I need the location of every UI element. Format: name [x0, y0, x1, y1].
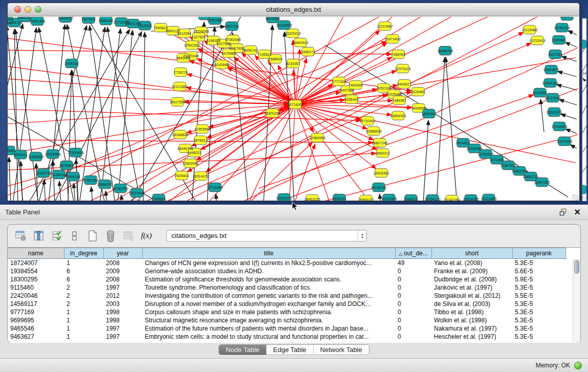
table-cell[interactable]: Franke et al. (2009)	[431, 267, 512, 275]
table-cell[interactable]: 1997	[103, 333, 142, 341]
tab-node-table[interactable]: Node Table	[219, 345, 266, 355]
new-column-icon[interactable]	[86, 230, 99, 242]
table-cell[interactable]: 5.3E-5	[512, 324, 565, 333]
table-cell[interactable]: Jankovic et al. (1997)	[431, 283, 512, 292]
table-row[interactable]: 946362711997Embryonic stem cells: a mode…	[8, 333, 565, 341]
table-cell[interactable]: 2	[64, 283, 103, 292]
table-row[interactable]: 1872400712008Changes of HCN gene express…	[8, 259, 565, 267]
table-cell[interactable]: 2012	[103, 292, 142, 300]
column-header-pagerank[interactable]: pagerank	[512, 248, 565, 259]
tab-edge-table[interactable]: Edge Table	[266, 345, 313, 355]
table-cell[interactable]: Dudbridge et al. (2008)	[431, 275, 512, 283]
table-cell[interactable]: 0	[395, 300, 431, 308]
table-cell[interactable]: Changes of HCN gene expression and I(f) …	[142, 259, 395, 267]
table-cell[interactable]: Corpus callosum shape and size in male p…	[142, 308, 395, 316]
column-header-name[interactable]: name	[8, 248, 64, 259]
table-cell[interactable]: 9777169	[8, 308, 64, 316]
table-cell[interactable]: 5.9E-5	[512, 275, 565, 283]
table-cell[interactable]: 2008	[103, 259, 142, 267]
table-cell[interactable]: 6	[64, 275, 103, 283]
table-cell[interactable]: 5.3E-5	[512, 316, 565, 324]
table-cell[interactable]: 5.3E-5	[512, 283, 565, 292]
table-cell[interactable]: 1997	[103, 324, 142, 333]
table-cell[interactable]: Disruption of a novel member of a sodium…	[142, 300, 395, 308]
table-cell[interactable]: 0	[395, 267, 431, 275]
table-cell[interactable]: 1998	[103, 308, 142, 316]
table-cell[interactable]: 49	[395, 259, 431, 267]
table-cell[interactable]: 1	[64, 324, 103, 333]
table-cell[interactable]: Structural magnetic resonance image aver…	[142, 316, 395, 324]
table-row[interactable]: 1830029562008Estimation of significance …	[8, 275, 565, 283]
table-cell[interactable]: 1	[64, 308, 103, 316]
table-cell[interactable]: Investigating the contribution of common…	[142, 292, 395, 300]
column-header-short[interactable]: short	[431, 248, 512, 259]
table-row[interactable]: 911546021997Tourette syndrome. Phenomeno…	[8, 283, 565, 292]
table-cell[interactable]: Stergiakouli et al. (2012)	[431, 292, 512, 300]
background-window-sliver[interactable]: 24	[582, 18, 586, 201]
table-cell[interactable]: 2003	[103, 300, 142, 308]
table-cell[interactable]: 6	[64, 267, 103, 275]
table-cell[interactable]: 2009	[103, 267, 142, 275]
table-cell[interactable]: 0	[395, 324, 431, 333]
table-cell[interactable]: 0	[395, 308, 431, 316]
table-cell[interactable]: Nakamura et al. (1997)	[431, 324, 512, 333]
table-cell[interactable]: 5.3E-5	[512, 308, 565, 316]
table-cell[interactable]: 1	[64, 259, 103, 267]
column-header-title[interactable]: title	[142, 248, 395, 259]
column-header-in-degree[interactable]: in_degree	[64, 248, 103, 259]
table-cell[interactable]: Hescheler et al. (1997)	[431, 333, 512, 341]
table-cell[interactable]: 5.3E-5	[512, 333, 565, 341]
table-cell[interactable]: 5.6E-5	[512, 267, 565, 275]
table-cell[interactable]: Wolkin et al. (1998)	[431, 316, 512, 324]
table-cell[interactable]: 5.3E-5	[512, 259, 565, 267]
table-cell[interactable]: Estimation of the future numbers of pati…	[142, 324, 395, 333]
table-cell[interactable]: 5.5E-5	[512, 292, 565, 300]
table-cell[interactable]: 9463627	[8, 333, 64, 341]
table-cell[interactable]: Tourette syndrome. Phenomenology and cla…	[142, 283, 395, 292]
table-cell[interactable]: 19384554	[8, 267, 64, 275]
table-row[interactable]: 1938455462009Genome-wide association stu…	[8, 267, 565, 275]
resize-grip[interactable]	[582, 196, 586, 201]
table-cell[interactable]: 18300295	[8, 275, 64, 283]
table-cell[interactable]: Tibbo et al. (1998)	[431, 308, 512, 316]
table-cell[interactable]: 2	[64, 292, 103, 300]
table-cell[interactable]: Yano et al. (2008)	[431, 259, 512, 267]
table-cell[interactable]: 1	[64, 316, 103, 324]
table-cell[interactable]: 9115460	[8, 283, 64, 292]
table-row[interactable]: 977716911998Corpus callosum shape and si…	[8, 308, 565, 316]
table-cell[interactable]: 0	[395, 316, 431, 324]
table-select-dropdown[interactable]: citations_edges.txt ▲▼	[166, 230, 367, 242]
row-height-icon[interactable]	[69, 230, 81, 242]
table-row[interactable]: 969969511998Structural magnetic resonanc…	[8, 316, 565, 324]
import-table-icon[interactable]	[122, 230, 135, 242]
minimize-button[interactable]	[25, 6, 31, 13]
table-cell[interactable]: 2	[64, 300, 103, 308]
table-cell[interactable]: 1	[64, 333, 103, 341]
table-cell[interactable]: 0	[395, 283, 431, 292]
table-cell[interactable]: de Silva et al. (2003)	[431, 300, 512, 308]
close-button[interactable]	[14, 6, 21, 13]
function-builder-icon[interactable]: f(x)	[140, 230, 153, 242]
table-mode-icon[interactable]	[15, 230, 27, 242]
table-cell[interactable]: Genome-wide association studies in ADHD.	[142, 267, 395, 275]
tab-network-table[interactable]: Network Table	[313, 345, 369, 355]
delete-column-icon[interactable]	[104, 230, 117, 242]
show-columns-icon[interactable]	[33, 230, 45, 242]
table-cell[interactable]: 0	[395, 333, 431, 341]
network-canvas[interactable]: 1872400718300295193845547663822986012559…	[8, 17, 579, 201]
column-header-year[interactable]: year	[103, 248, 142, 259]
table-cell[interactable]: Embryonic stem cells: a model to study s…	[142, 333, 395, 341]
table-row[interactable]: 2242004622012Investigating the contribut…	[8, 292, 565, 300]
table-row[interactable]: 946554611997Estimation of the future num…	[8, 324, 565, 333]
table-cell[interactable]: 0	[395, 275, 431, 283]
scrollbar-thumb[interactable]	[574, 260, 579, 274]
table-cell[interactable]: 0	[395, 292, 431, 300]
table-cell[interactable]: 22420046	[8, 292, 64, 300]
table-cell[interactable]: 5.3E-5	[512, 300, 565, 308]
zoom-button[interactable]	[35, 6, 41, 13]
resize-grip[interactable]	[572, 194, 579, 201]
float-window-icon[interactable]	[559, 208, 567, 216]
table-cell[interactable]: 1997	[103, 283, 142, 292]
network-graph[interactable]: 1872400718300295193845547663822986012559…	[8, 17, 579, 201]
table-cell[interactable]: 2008	[103, 275, 142, 283]
